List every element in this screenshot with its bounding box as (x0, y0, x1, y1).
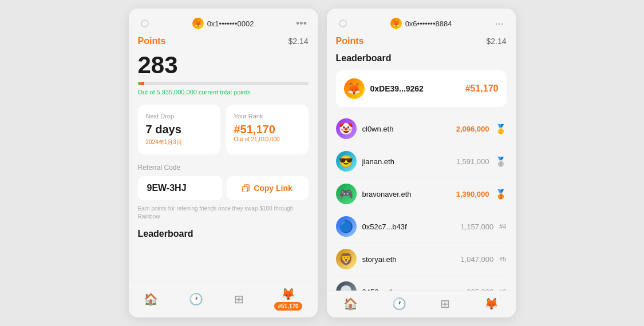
leaderboard-title-right: Leaderboard (336, 53, 507, 63)
points-dollar-left: $2.14 (288, 37, 308, 46)
leaderboard-top-entry: 🦊 0xDE39...9262 #51,170 (344, 78, 499, 99)
leaderboard-list: 🤡 cl0wn.eth 2,096,000 🥇 😎 jianan.eth 1,5… (336, 113, 507, 291)
copy-link-label: Copy Link (254, 184, 293, 193)
wallet-selector[interactable]: 🦊 0x1•••••••0002 (192, 18, 254, 29)
lb-name-5: storyai.eth (362, 255, 455, 264)
copy-icon (242, 184, 250, 192)
lb-points-1: 2,096,000 (456, 125, 489, 133)
nav-apps-right[interactable]: ⊞ (440, 297, 450, 311)
top-entry-avatar: 🦊 (344, 78, 365, 99)
top-entry-rank: #51,170 (465, 84, 499, 94)
lb-points-4: 1,157,000 (460, 222, 493, 231)
wallet-selector-right[interactable]: 🦊 0x6•••••••8884 (390, 18, 452, 29)
points-dollar-right: $2.14 (486, 37, 506, 46)
more-menu-right[interactable]: ··· (493, 17, 507, 30)
referral-row: 9EW-3HJ Copy Link (138, 176, 309, 200)
lb-points-2: 1,591,000 (456, 157, 489, 166)
lb-avatar-2: 😎 (336, 151, 357, 172)
list-item: 💀 0450...eth 825,300 #6 (336, 276, 507, 291)
lb-medal-2: 🥈 (495, 156, 507, 167)
lb-rank-4: #4 (499, 223, 506, 230)
points-icon-right: 🦊 (484, 297, 499, 311)
copy-link-button[interactable]: Copy Link (227, 176, 309, 200)
lb-avatar-5: 🦁 (336, 249, 357, 269)
home-icon-right: 🏠 (343, 297, 358, 311)
wallet-address-left: 0x1•••••••0002 (207, 19, 254, 28)
bottom-nav-left: 🏠 🕐 ⊞ 🦊 #51,170 (129, 281, 318, 317)
svg-point-0 (141, 20, 148, 27)
back-icon-right[interactable] (336, 17, 350, 30)
wallet-avatar-right: 🦊 (390, 18, 402, 29)
left-screen-content: Points $2.14 283 Out of 5,935,000,000 cu… (129, 36, 318, 281)
apps-icon-right: ⊞ (440, 297, 450, 311)
next-drop-value: 7 days (146, 123, 212, 136)
nav-home-right[interactable]: 🏠 (343, 297, 358, 311)
points-header-left: Points $2.14 (138, 36, 309, 46)
rank-label: Your Rank (234, 113, 301, 120)
screens-container: 🦊 0x1•••••••0002 ••• Points $2.14 283 Ou… (129, 9, 516, 317)
right-screen-content: Points $2.14 Leaderboard 🦊 0xDE39...9262… (327, 36, 516, 291)
progress-bar-container (138, 82, 309, 85)
lb-avatar-1: 🤡 (336, 118, 357, 139)
referral-section: Referral Code 9EW-3HJ Copy Link Earn poi… (138, 164, 309, 221)
next-drop-card: Next Drop 7 days 2024年1月3日 (138, 105, 220, 154)
info-cards-row: Next Drop 7 days 2024年1月3日 Your Rank #51… (138, 105, 309, 154)
lb-name-2: jianan.eth (362, 157, 451, 166)
lb-avatar-6: 💀 (336, 281, 357, 291)
top-bar-left: 🦊 0x1•••••••0002 ••• (129, 9, 318, 36)
lb-medal-1: 🥇 (495, 124, 507, 134)
back-icon[interactable] (138, 17, 152, 30)
lb-avatar-3: 🎮 (336, 184, 357, 204)
lb-name-3: bravonaver.eth (362, 190, 451, 198)
home-icon-left: 🏠 (144, 292, 158, 306)
nav-points-left[interactable]: 🦊 #51,170 (274, 287, 302, 311)
wallet-avatar: 🦊 (192, 18, 204, 29)
lb-rank-5: #5 (499, 256, 506, 263)
points-header-right: Points $2.14 (336, 36, 507, 46)
history-icon-right: 🕐 (392, 297, 406, 311)
nav-points-right[interactable]: 🦊 (484, 297, 499, 311)
leaderboard-top-card: 🦊 0xDE39...9262 #51,170 (336, 70, 507, 107)
right-screen: 🦊 0x6•••••••8884 ··· Points $2.14 Leader… (327, 9, 516, 317)
nav-points-badge: #51,170 (274, 302, 302, 311)
top-bar-right: 🦊 0x6•••••••8884 ··· (327, 9, 516, 36)
list-item: 😎 jianan.eth 1,591,000 🥈 (336, 145, 507, 178)
points-label-left: Points (138, 36, 166, 46)
lb-name-1: cl0wn.eth (362, 125, 451, 133)
nav-home-left[interactable]: 🏠 (144, 292, 158, 306)
points-label-right: Points (336, 36, 364, 46)
lb-points-5: 1,047,000 (460, 255, 493, 264)
svg-rect-2 (243, 186, 247, 192)
lb-name-4: 0x52c7...b43f (362, 222, 455, 231)
next-drop-sub: 2024年1月3日 (146, 138, 212, 146)
list-item: 🤡 cl0wn.eth 2,096,000 🥇 (336, 113, 507, 145)
points-score: 283 (138, 53, 309, 77)
rank-sub: Out of 21,010,000 (234, 136, 301, 142)
svg-point-3 (339, 20, 346, 27)
referral-code-box: 9EW-3HJ (138, 176, 222, 200)
points-icon-left: 🦊 (281, 287, 295, 301)
lb-points-3: 1,390,000 (456, 190, 489, 198)
lb-avatar-4: 🔵 (336, 216, 357, 237)
leaderboard-title-left: Leaderboard (138, 229, 309, 239)
nav-history-left[interactable]: 🕐 (189, 292, 203, 306)
next-drop-label: Next Drop (146, 113, 212, 120)
apps-icon-left: ⊞ (234, 292, 244, 306)
bottom-nav-right: 🏠 🕐 ⊞ 🦊 (327, 291, 516, 317)
nav-apps-left[interactable]: ⊞ (234, 292, 244, 306)
list-item: 🔵 0x52c7...b43f 1,157,000 #4 (336, 210, 507, 243)
points-subtitle: Out of 5,935,000,000 current total point… (138, 89, 309, 96)
referral-label: Referral Code (138, 164, 309, 172)
left-screen: 🦊 0x1•••••••0002 ••• Points $2.14 283 Ou… (129, 9, 318, 317)
progress-bar-fill (138, 82, 145, 85)
more-menu-left[interactable]: ••• (295, 17, 309, 30)
nav-history-right[interactable]: 🕐 (392, 297, 406, 311)
list-item: 🎮 bravonaver.eth 1,390,000 🥉 (336, 178, 507, 210)
rank-card: Your Rank #51,170 Out of 21,010,000 (226, 105, 309, 154)
history-icon-left: 🕐 (189, 292, 203, 306)
wallet-address-right: 0x6•••••••8884 (405, 19, 452, 28)
rank-value: #51,170 (234, 123, 301, 136)
top-entry-name: 0xDE39...9262 (370, 84, 460, 93)
list-item: 🦁 storyai.eth 1,047,000 #5 (336, 243, 507, 276)
referral-hint: Earn points for referring friends once t… (138, 205, 309, 221)
